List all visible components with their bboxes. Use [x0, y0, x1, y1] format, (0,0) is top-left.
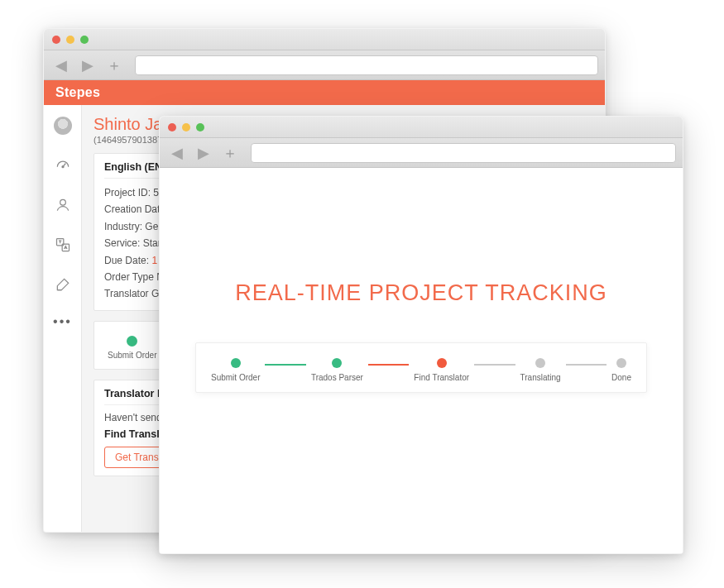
svg-point-1: [60, 199, 65, 205]
step-dot-icon: [616, 358, 626, 368]
step-dot-icon: [127, 336, 137, 347]
forward-icon[interactable]: ▶: [193, 142, 214, 164]
edit-icon[interactable]: [54, 275, 72, 294]
progress-segment: [368, 364, 409, 366]
step-find-translator: Find Translator: [414, 358, 469, 382]
app-header: Stepes: [44, 80, 605, 105]
step-label: Trados Parser: [311, 373, 363, 382]
step-submit-order: Submit Order: [211, 358, 260, 382]
toolbar-front: ◀ ▶ ＋: [160, 138, 683, 168]
brand-name: Stepes: [55, 85, 100, 100]
progress-segment: [265, 364, 305, 366]
step-dot-icon: [437, 358, 447, 368]
step-submit-order: Submit Order: [108, 336, 156, 360]
window-minimize-icon[interactable]: [182, 123, 190, 131]
step-label: Find Translator: [414, 373, 469, 382]
user-icon[interactable]: [54, 196, 72, 214]
new-tab-icon[interactable]: ＋: [103, 55, 125, 76]
window-close-icon[interactable]: [168, 123, 176, 131]
window-zoom-icon[interactable]: [196, 123, 204, 131]
hero-heading: REAL-TIME PROJECT TRACKING: [235, 280, 607, 306]
step-label: Done: [611, 373, 631, 382]
window-minimize-icon[interactable]: [66, 36, 74, 44]
icon-rail: •••: [44, 105, 82, 532]
browser-window-front: ◀ ▶ ＋ REAL-TIME PROJECT TRACKING Submit …: [159, 116, 683, 554]
toolbar-back: ◀ ▶ ＋: [44, 50, 605, 80]
titlebar-front: [160, 117, 683, 138]
step-dot-icon: [535, 358, 545, 368]
url-bar[interactable]: [135, 55, 598, 75]
front-body: REAL-TIME PROJECT TRACKING Submit Order …: [160, 168, 683, 553]
more-icon[interactable]: •••: [53, 315, 72, 328]
window-close-icon[interactable]: [52, 36, 60, 44]
window-zoom-icon[interactable]: [80, 36, 89, 44]
step-label: Submit Order: [211, 373, 260, 382]
forward-icon[interactable]: ▶: [77, 55, 98, 76]
back-icon[interactable]: ◀: [50, 55, 72, 76]
progress-segment: [474, 364, 515, 366]
step-label: Translating: [520, 373, 561, 382]
new-tab-icon[interactable]: ＋: [219, 142, 241, 164]
step-dot-icon: [231, 358, 241, 368]
field-due-label: Due Date:: [104, 255, 151, 266]
step-label: Submit Order: [108, 351, 156, 360]
step-done: Done: [611, 358, 631, 382]
back-icon[interactable]: ◀: [166, 142, 188, 164]
titlebar-back: [44, 29, 605, 50]
step-translating: Translating: [520, 358, 561, 382]
step-trados-parser: Trados Parser: [311, 358, 363, 382]
progress-segment: [566, 364, 607, 366]
dashboard-icon[interactable]: [54, 156, 72, 174]
progress-card-front: Submit Order Trados Parser Find Translat…: [195, 342, 647, 393]
url-bar[interactable]: [251, 143, 676, 163]
step-dot-icon: [332, 358, 342, 368]
avatar-icon[interactable]: [54, 117, 72, 135]
translate-icon[interactable]: [54, 236, 72, 254]
